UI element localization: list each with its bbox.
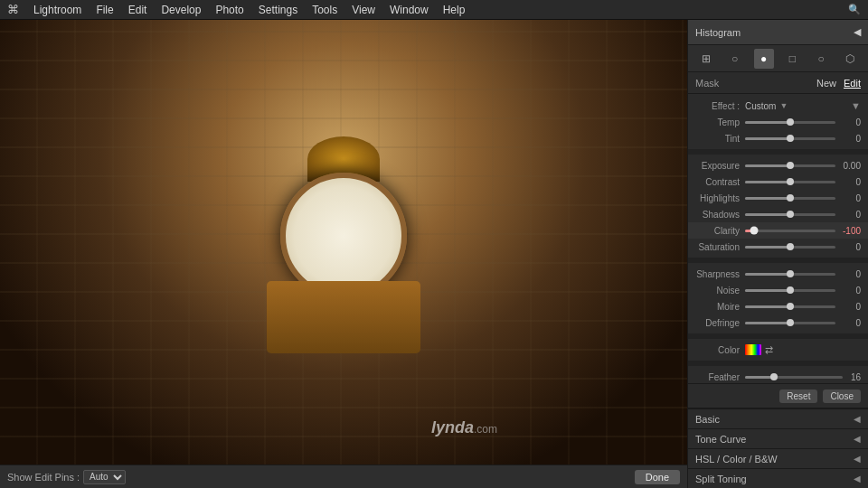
feather-row: Feather 16 xyxy=(688,369,868,383)
effect-dropdown-arrow[interactable]: ▼ xyxy=(779,101,788,110)
color-label: Color xyxy=(695,345,745,355)
histogram-header: Histogram ◀ xyxy=(688,20,868,45)
noise-value: 0 xyxy=(835,286,861,296)
watermark-lynda: lynda xyxy=(431,418,474,436)
color-swatch[interactable] xyxy=(745,344,761,355)
menu-help[interactable]: Help xyxy=(443,4,466,16)
edit-pins-select[interactable]: Auto xyxy=(83,470,126,484)
menu-photo[interactable]: Photo xyxy=(215,4,243,16)
split-toning-panel-label: Split Toning xyxy=(695,474,747,484)
clarity-row: Clarity -100 xyxy=(688,222,868,239)
saturation-value: 0 xyxy=(835,242,861,252)
watermark-com: .com xyxy=(474,423,497,436)
saturation-slider[interactable] xyxy=(745,240,835,253)
effect-value[interactable]: Custom ▼ xyxy=(745,101,788,111)
color-row: Color ⇄ xyxy=(688,342,868,358)
grid-tool-icon[interactable]: ⊞ xyxy=(696,49,716,69)
spot-removal-tool-icon[interactable]: ● xyxy=(754,49,774,69)
crop-tool-icon[interactable]: ○ xyxy=(725,49,745,69)
highlights-slider[interactable] xyxy=(745,192,835,204)
histogram-collapse-icon[interactable]: ◀ xyxy=(854,26,861,38)
temp-label: Temp xyxy=(695,117,745,127)
effect-custom-label: Custom xyxy=(745,101,776,111)
defringe-slider[interactable] xyxy=(745,316,835,329)
saturation-row: Saturation 0 xyxy=(688,239,868,255)
close-button[interactable]: Close xyxy=(823,389,861,403)
defringe-value: 0 xyxy=(835,318,861,328)
divider-1 xyxy=(688,149,868,155)
noise-slider[interactable] xyxy=(745,284,835,296)
noise-label: Noise xyxy=(695,286,745,296)
highlights-value: 0 xyxy=(835,193,861,203)
contrast-value: 0 xyxy=(835,177,861,187)
split-toning-panel-arrow: ◀ xyxy=(854,474,861,483)
temp-slider[interactable] xyxy=(745,116,835,128)
color-picker-icon[interactable]: ⇄ xyxy=(765,344,773,356)
contrast-slider[interactable] xyxy=(745,175,835,188)
menu-file[interactable]: File xyxy=(96,4,113,16)
clock-illustration xyxy=(253,136,434,371)
hsl-panel-section[interactable]: HSL / Color / B&W ◀ xyxy=(688,448,868,468)
temp-row: Temp 0 xyxy=(688,114,868,130)
split-toning-panel-section[interactable]: Split Toning ◀ xyxy=(688,468,868,488)
exposure-slider[interactable] xyxy=(745,159,835,172)
tone-curve-panel-section[interactable]: Tone Curve ◀ xyxy=(688,428,868,448)
effect-options-icon[interactable]: ▼ xyxy=(851,100,861,111)
done-button[interactable]: Done xyxy=(635,470,680,484)
feather-slider[interactable] xyxy=(745,371,843,383)
reset-button[interactable]: Reset xyxy=(779,389,817,403)
highlights-label: Highlights xyxy=(695,193,745,203)
contrast-label: Contrast xyxy=(695,177,745,187)
exposure-label: Exposure xyxy=(695,161,745,171)
moire-row: Moire 0 xyxy=(688,298,868,314)
moire-slider[interactable] xyxy=(745,300,835,313)
bottom-panels: Basic ◀ Tone Curve ◀ HSL / Color / B&W ◀… xyxy=(688,408,868,488)
menu-view[interactable]: View xyxy=(352,4,375,16)
shadows-slider[interactable] xyxy=(745,208,835,221)
show-edit-pins-text: Show Edit Pins : xyxy=(7,472,80,483)
histogram-title: Histogram xyxy=(695,27,741,38)
clarity-value: -100 xyxy=(835,226,861,236)
mask-label: Mask xyxy=(695,78,719,89)
sliders-panel[interactable]: Effect : Custom ▼ ▼ Temp 0 xyxy=(688,94,868,383)
photo-container[interactable]: lynda.com xyxy=(0,20,687,465)
reset-close-row: Reset Close xyxy=(688,383,868,408)
apple-menu[interactable]: ⌘ xyxy=(7,3,19,16)
contrast-row: Contrast 0 xyxy=(688,174,868,190)
shadows-value: 0 xyxy=(835,210,861,220)
edit-mask-button[interactable]: Edit xyxy=(844,78,861,89)
moire-value: 0 xyxy=(835,302,861,312)
feather-label: Feather xyxy=(695,372,745,382)
menu-lightroom[interactable]: Lightroom xyxy=(33,4,81,16)
menu-edit[interactable]: Edit xyxy=(128,4,147,16)
sharpness-slider[interactable] xyxy=(745,267,835,280)
tint-slider[interactable] xyxy=(745,132,835,145)
mask-row: Mask New Edit xyxy=(688,72,868,94)
adjustment-brush-icon[interactable]: ⬡ xyxy=(840,49,860,69)
right-panel: Histogram ◀ ⊞ ○ ● □ ○ ⬡ Mask New Edit Ef… xyxy=(687,20,868,488)
menu-settings[interactable]: Settings xyxy=(259,4,297,16)
photo-area: lynda.com Show Edit Pins : Auto Done xyxy=(0,20,687,488)
tool-icons-row: ⊞ ○ ● □ ○ ⬡ xyxy=(688,45,868,72)
tone-curve-panel-arrow: ◀ xyxy=(854,434,861,444)
show-edit-pins-label: Show Edit Pins : Auto xyxy=(7,470,126,484)
graduated-filter-icon[interactable]: ○ xyxy=(811,49,831,69)
menu-window[interactable]: Window xyxy=(390,4,429,16)
watermark: lynda.com xyxy=(431,418,497,437)
tint-label: Tint xyxy=(695,134,745,144)
menu-tools[interactable]: Tools xyxy=(312,4,337,16)
new-mask-button[interactable]: New xyxy=(816,78,836,89)
sharpness-label: Sharpness xyxy=(695,269,745,279)
divider-4 xyxy=(688,361,868,366)
moire-label: Moire xyxy=(695,302,745,312)
search-icon[interactable]: 🔍 xyxy=(848,4,861,15)
menu-develop[interactable]: Develop xyxy=(161,4,201,16)
effect-label: Effect : xyxy=(695,101,745,111)
red-eye-tool-icon[interactable]: □ xyxy=(782,49,802,69)
basic-panel-section[interactable]: Basic ◀ xyxy=(688,408,868,428)
basic-panel-arrow: ◀ xyxy=(854,414,861,424)
clarity-slider[interactable] xyxy=(745,224,835,237)
tint-row: Tint 0 xyxy=(688,130,868,146)
shadows-label: Shadows xyxy=(695,210,745,220)
basic-panel-label: Basic xyxy=(695,414,720,425)
